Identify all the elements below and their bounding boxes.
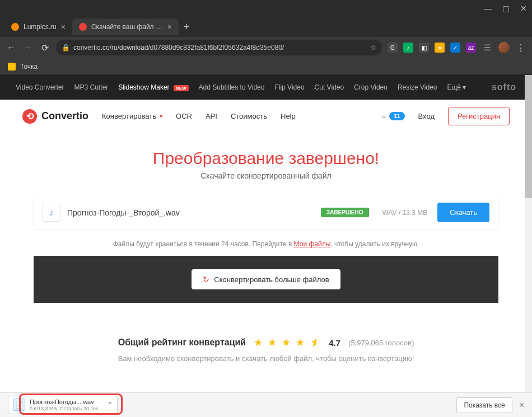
softo-logo[interactable]: softo xyxy=(492,82,516,92)
nav-ocr[interactable]: OCR xyxy=(176,112,192,120)
forward-button[interactable]: → xyxy=(22,43,34,53)
url-text: convertio.co/ru/download/d07880d9c832fa8… xyxy=(73,44,284,51)
file-icon: 📄 xyxy=(13,399,25,411)
window-close[interactable]: ✕ xyxy=(520,4,528,12)
top-nav-item[interactable]: Resize Video xyxy=(398,83,437,91)
convert-more-bar: Сконвертировать больше файлов xyxy=(34,256,498,303)
favicon-icon xyxy=(79,23,87,31)
download-button[interactable]: Скачать xyxy=(437,203,489,222)
file-result-card: ♪ Прогноз-Погоды-_Второй_.wav ЗАВЕРШЕНО … xyxy=(34,196,498,229)
nav-convert[interactable]: Конвертировать xyxy=(102,112,162,120)
rating-score: 4.7 xyxy=(329,338,340,348)
new-badge: NEW xyxy=(174,85,189,91)
rating-count: (5,979,065 голосов) xyxy=(348,339,414,347)
main-nav: ⟲ Convertio Конвертировать OCR API Стоим… xyxy=(0,100,532,133)
conversion-counter[interactable]: ≡ 11 xyxy=(382,112,405,120)
page-title: Преобразование завершено! xyxy=(0,149,532,168)
window-minimize[interactable]: — xyxy=(484,4,492,12)
nav-price[interactable]: Стоимость xyxy=(231,112,267,120)
download-shelf: 📄 Прогноз-Погоды....wav 0,6/13,3 МБ, Ост… xyxy=(0,392,532,417)
logo-icon: ⟲ xyxy=(22,109,37,124)
site-top-nav: Video Converter MP3 Cutter Slideshow Mak… xyxy=(0,75,532,100)
download-item[interactable]: 📄 Прогноз-Погоды....wav 0,6/13,3 МБ, Ост… xyxy=(8,396,118,415)
extension-icon[interactable]: ✓ xyxy=(450,43,460,53)
top-nav-item[interactable]: Add Subtitles to Video xyxy=(199,83,265,91)
tab-lumpics[interactable]: Lumpics.ru × xyxy=(4,18,72,35)
extension-icon[interactable]: az xyxy=(466,43,476,53)
tab-title: Lumpics.ru xyxy=(24,23,57,31)
convert-more-button[interactable]: Сконвертировать больше файлов xyxy=(192,269,340,289)
chevron-up-icon[interactable]: ⌃ xyxy=(107,401,113,409)
window-maximize[interactable]: ▢ xyxy=(502,4,510,12)
top-nav-more[interactable]: Ещё ▾ xyxy=(447,83,466,91)
file-info: WAV / 13.3 MB xyxy=(382,209,428,217)
file-name: Прогноз-Погоды-_Второй_.wav xyxy=(67,208,321,217)
register-button[interactable]: Регистрация xyxy=(448,107,510,125)
close-icon[interactable]: × xyxy=(167,22,172,31)
bookmark-favicon-icon xyxy=(8,63,16,71)
login-link[interactable]: Вход xyxy=(418,112,435,120)
profile-avatar[interactable] xyxy=(498,42,510,53)
rating-label: Общий рейтинг конвертаций xyxy=(118,338,246,348)
close-icon[interactable]: × xyxy=(61,22,66,31)
star-icon[interactable]: ☆ xyxy=(370,44,376,51)
page-content: Video Converter MP3 Cutter Slideshow Mak… xyxy=(0,75,532,392)
status-badge: ЗАВЕРШЕНО xyxy=(321,208,369,217)
nav-api[interactable]: API xyxy=(206,112,217,120)
rating-section: Общий рейтинг конвертаций ★ ★ ★ ★ ⯨ 4.7 … xyxy=(0,303,532,371)
storage-note: Файлы будут храниться в течение 24 часов… xyxy=(0,235,532,256)
extension-icon[interactable]: ◧ xyxy=(419,43,429,53)
nav-help[interactable]: Help xyxy=(281,112,296,120)
convertio-logo[interactable]: ⟲ Convertio xyxy=(22,109,88,124)
layers-icon: ≡ xyxy=(382,112,386,120)
bookmarks-bar: Точка xyxy=(0,58,532,75)
browser-tabs: Lumpics.ru × Скачайте ваш файл — Convert… xyxy=(0,17,532,37)
top-nav-item[interactable]: Slideshow Maker NEW xyxy=(118,83,188,91)
scrollbar[interactable] xyxy=(525,75,532,392)
top-nav-item[interactable]: Crop Video xyxy=(354,83,388,91)
reload-button[interactable]: ⟳ xyxy=(39,43,50,53)
bookmark-item[interactable]: Точка xyxy=(20,63,38,71)
rating-stars[interactable]: ★ ★ ★ ★ ⯨ xyxy=(254,336,321,349)
rating-note: Вам необходимо сконвертировать и скачать… xyxy=(0,354,532,363)
hero-section: Преобразование завершено! Скачайте сконв… xyxy=(0,133,532,188)
my-files-link[interactable]: Мои файлы xyxy=(294,240,331,248)
reading-list-icon[interactable]: ☰ xyxy=(482,43,493,52)
count-badge: 11 xyxy=(389,112,404,120)
url-field[interactable]: 🔒 convertio.co/ru/download/d07880d9c832f… xyxy=(56,40,382,55)
extension-icon[interactable]: ♪ xyxy=(403,43,413,53)
extension-icon[interactable]: G xyxy=(388,43,398,53)
top-nav-item[interactable]: Flip Video xyxy=(274,83,304,91)
tab-convertio[interactable]: Скачайте ваш файл — Convertio × xyxy=(72,18,179,35)
download-filename: Прогноз-Погоды....wav xyxy=(30,399,99,406)
lock-icon: 🔒 xyxy=(62,44,70,51)
window-titlebar: — ▢ ✕ xyxy=(0,0,532,17)
top-nav-item[interactable]: Video Converter xyxy=(16,83,64,91)
favicon-icon xyxy=(11,23,19,31)
menu-button[interactable]: ⋮ xyxy=(515,43,526,53)
extension-icon[interactable]: ★ xyxy=(435,43,445,53)
close-shelf-icon[interactable]: × xyxy=(519,400,524,410)
new-tab-button[interactable]: + xyxy=(179,19,194,35)
top-nav-item[interactable]: MP3 Cutter xyxy=(74,83,109,91)
top-nav-item[interactable]: Cut Video xyxy=(315,83,344,91)
music-note-icon: ♪ xyxy=(43,204,60,222)
show-all-downloads[interactable]: Показать все xyxy=(456,397,512,413)
download-progress: 0,6/13,3 МБ, Осталось 20 сек. xyxy=(30,406,99,412)
back-button[interactable]: ← xyxy=(6,43,17,53)
tab-title: Скачайте ваш файл — Convertio xyxy=(91,23,163,31)
address-bar: ← → ⟳ 🔒 convertio.co/ru/download/d07880d… xyxy=(0,37,532,58)
page-subtitle: Скачайте сконвертированный файл xyxy=(0,171,532,180)
scrollbar-thumb[interactable] xyxy=(525,75,532,198)
